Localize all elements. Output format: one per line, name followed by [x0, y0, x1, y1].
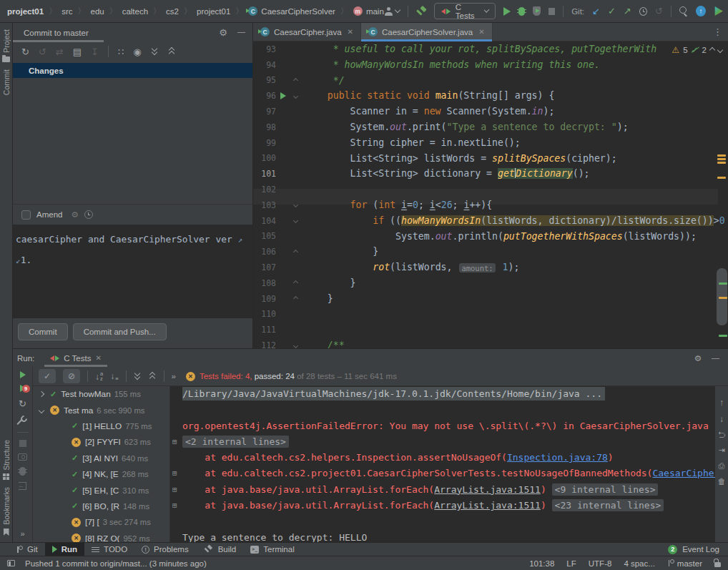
close-icon[interactable]: ✕ — [478, 28, 484, 36]
stacktrace-link[interactable]: ArrayList.java:1511 — [434, 500, 541, 511]
code-line[interactable]: System.out.print("Type a sentence to dec… — [305, 119, 728, 135]
tab-caesarcipher[interactable]: C CaesarCipher.java ✕ — [253, 23, 361, 41]
stacktrace-link[interactable]: ArrayList.java:1511 — [434, 484, 541, 495]
amend-checkbox[interactable] — [21, 210, 31, 220]
commit-button[interactable]: Commit — [18, 323, 68, 340]
run-with-coverage-button[interactable] — [533, 6, 541, 16]
test-tree-row[interactable]: ✓[4] NK, [E268 ms — [33, 466, 169, 482]
search-everywhere-button[interactable] — [679, 6, 688, 16]
history-icon[interactable] — [84, 210, 93, 219]
breadcrumb-item[interactable]: project01 — [7, 7, 44, 16]
code-line[interactable]: } — [305, 291, 728, 307]
fold-icon[interactable] — [292, 218, 297, 223]
close-icon[interactable]: ✕ — [95, 354, 101, 362]
changes-tree-row[interactable]: Changes — [13, 63, 252, 78]
test-tree-row[interactable]: ✓[1] HELLO775 ms — [33, 418, 169, 434]
breadcrumb-item[interactable]: cs2 — [166, 7, 179, 16]
tab-caesarciphersolver[interactable]: C CaesarCipherSolver.java ✕ — [361, 23, 493, 41]
scroll-up-icon[interactable]: ↑ — [719, 398, 724, 408]
expand-all-icon[interactable] — [134, 372, 142, 381]
fold-icon[interactable] — [292, 78, 297, 83]
toolwindow-button-run[interactable]: Run — [45, 543, 84, 556]
update-available-button[interactable]: ↑ — [696, 6, 706, 16]
sidebar-item-commit[interactable]: Commit — [2, 66, 11, 99]
test-tree-row[interactable]: ✕Test ma6 sec 990 ms — [33, 402, 169, 418]
tab-options-icon[interactable]: ⋮ — [707, 23, 728, 41]
gutter-line[interactable]: 104 — [253, 213, 305, 229]
undo-icon[interactable]: ↺ — [39, 46, 46, 57]
test-settings-icon[interactable] — [18, 416, 27, 425]
gutter-line[interactable]: 109 — [253, 291, 305, 307]
code-line[interactable] — [305, 322, 728, 338]
fold-icon[interactable]: ⊞ — [172, 469, 177, 477]
gutter-line[interactable]: 96 — [253, 88, 305, 104]
fold-icon[interactable] — [292, 94, 297, 99]
test-tree-row[interactable]: ✓[5] EH, [C310 ms — [33, 482, 169, 498]
commit-message-input[interactable]: caesarCipher and CaesarCipherSolver ver … — [13, 225, 252, 318]
toolwindow-toggle-icon[interactable] — [7, 560, 15, 566]
minimize-icon[interactable]: — — [237, 27, 245, 38]
profiler-icon[interactable] — [19, 467, 26, 476]
test-console[interactable]: /Library/Java/JavaVirtualMachines/jdk-17… — [169, 386, 715, 542]
gutter-line[interactable]: 106 — [253, 244, 305, 260]
code-line[interactable]: * useful to call your rot, splitBySpaces… — [305, 41, 728, 57]
collapse-all-icon[interactable] — [168, 46, 176, 57]
rerun-tests-button[interactable] — [20, 371, 26, 378]
gutter-line[interactable]: 103 — [253, 197, 305, 213]
show-passed-toggle[interactable]: ✓ — [39, 369, 56, 383]
fold-icon[interactable] — [292, 280, 297, 285]
breadcrumb-item[interactable]: edu — [90, 7, 104, 16]
fold-icon[interactable] — [292, 343, 297, 348]
toolwindow-button-build[interactable]: Build — [196, 543, 244, 556]
code-line[interactable]: for (int i=0; i<26; i++){ — [305, 197, 728, 213]
code-line[interactable]: public static void main(String[] args) { — [305, 88, 728, 104]
scroll-to-end-icon[interactable]: ⇥ — [718, 446, 724, 455]
prev-issue-icon[interactable] — [709, 47, 715, 53]
git-push-button[interactable]: ↗ — [624, 6, 631, 16]
fold-icon[interactable]: ⊞ — [172, 438, 177, 446]
gutter-line[interactable]: 93 — [253, 41, 305, 57]
code-line[interactable]: } — [305, 275, 728, 291]
gear-icon[interactable]: ⚙ — [71, 210, 78, 220]
status-message[interactable]: Pushed 1 commit to origin/mast... (3 min… — [25, 559, 207, 568]
import-test-results-icon[interactable] — [19, 482, 26, 490]
rollback-button[interactable]: ↺ — [655, 6, 663, 16]
gutter-line[interactable]: 98 — [253, 119, 305, 135]
code-line[interactable]: List<String> listWords = splitBySpaces(c… — [305, 151, 728, 167]
stop-button[interactable] — [549, 8, 555, 15]
code-line[interactable]: System.out.println(putTogetherWithSpaces… — [305, 229, 728, 245]
soft-wrap-icon[interactable]: ⮌ — [718, 431, 726, 439]
preview-diff-icon[interactable]: ◉ — [133, 46, 141, 57]
breadcrumb-item[interactable]: mmain — [353, 6, 384, 16]
test-tree-row[interactable]: ✕[2] FYYFI623 ms — [33, 434, 169, 450]
print-icon[interactable]: ⎙ — [719, 461, 725, 471]
fold-icon[interactable]: ⊞ — [172, 501, 177, 509]
code-line[interactable]: } — [305, 244, 728, 260]
tree-chevron-icon[interactable] — [39, 407, 44, 413]
group-by-icon[interactable]: ∷ — [118, 46, 124, 57]
fold-icon[interactable] — [292, 202, 297, 207]
test-tree-row[interactable]: ✓Test howMan155 ms — [33, 386, 169, 402]
indent-style[interactable]: 4 spac... — [624, 559, 654, 568]
collapse-all-icon[interactable] — [149, 372, 157, 381]
code-line[interactable]: String cipher = in.nextLine(); — [305, 135, 728, 151]
fold-icon[interactable] — [292, 296, 297, 301]
code-line[interactable]: List<String> dictionary = getDictionary(… — [305, 166, 728, 182]
code-line[interactable] — [305, 307, 728, 323]
close-icon[interactable]: ✕ — [348, 28, 353, 36]
gutter-line[interactable]: 94 — [253, 57, 305, 73]
test-tree-row[interactable]: ✕[7] [3 sec 274 ms — [33, 514, 169, 530]
gutter-line[interactable]: 97 — [253, 104, 305, 119]
code-line[interactable] — [305, 182, 728, 197]
next-issue-icon[interactable] — [717, 47, 723, 53]
breadcrumb-item[interactable]: CCaesarCipherSolver — [248, 6, 335, 16]
fold-icon[interactable] — [292, 250, 297, 255]
sort-alphabetically-icon[interactable]: ↓az — [95, 371, 103, 382]
readonly-lock-icon[interactable] — [714, 562, 721, 567]
toolwindow-button-git[interactable]: Git — [9, 543, 45, 556]
shelve-icon[interactable]: ↧ — [91, 46, 99, 57]
line-separator[interactable]: LF — [566, 559, 576, 568]
gutter-line[interactable]: 100 — [253, 151, 305, 167]
code-line[interactable]: if ((howManyWordsIn(listWords, dictionar… — [305, 213, 728, 229]
clear-console-icon[interactable]: 🗑 — [718, 477, 726, 486]
